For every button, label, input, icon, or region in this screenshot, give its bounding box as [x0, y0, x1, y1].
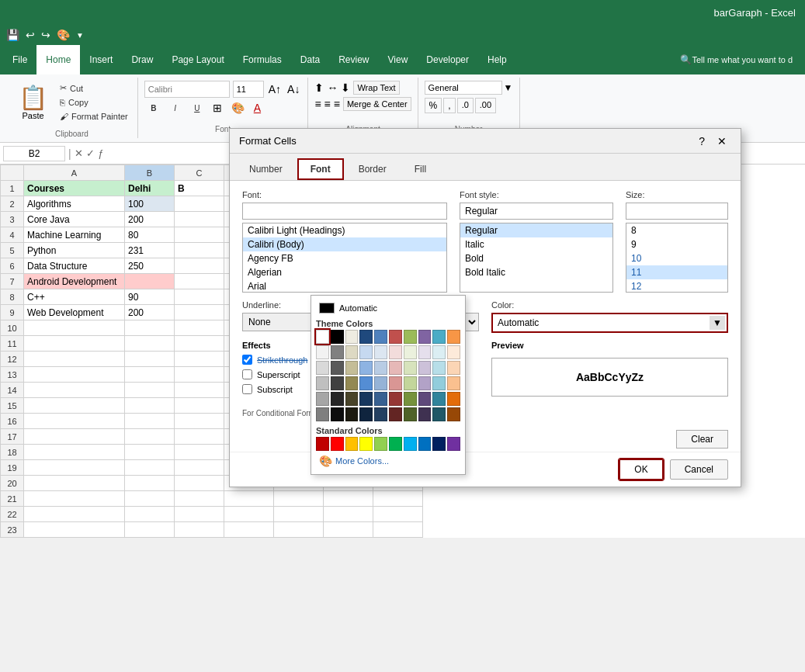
paint-icon[interactable]: 🎨 — [57, 29, 70, 41]
ok-button[interactable]: OK — [619, 459, 663, 480]
size-12[interactable]: 12 — [626, 279, 727, 293]
font-item-agency[interactable]: Agency FB — [243, 251, 446, 265]
style-bold-italic[interactable]: Bold Italic — [460, 265, 612, 279]
cell-a7[interactable]: Android Development — [24, 274, 125, 289]
increase-font-icon[interactable]: A↑ — [267, 81, 283, 97]
size-listbox[interactable]: 8 9 10 11 12 14 — [626, 223, 728, 293]
font-listbox[interactable]: Calibri Light (Headings) Calibri (Body) … — [242, 223, 447, 293]
style-regular[interactable]: Regular — [460, 223, 612, 237]
size-input[interactable] — [626, 203, 728, 220]
underline-select[interactable]: None Single Double — [242, 313, 479, 331]
align-bottom-icon[interactable]: ⬇ — [341, 81, 350, 94]
cell-a5[interactable]: Python — [24, 243, 125, 258]
font-input[interactable] — [242, 203, 447, 220]
menu-insert[interactable]: Insert — [80, 45, 122, 74]
cell-b1[interactable]: Delhi — [125, 181, 175, 196]
tab-font[interactable]: Font — [297, 158, 344, 180]
cell-c7[interactable] — [175, 274, 224, 289]
cancel-button[interactable]: Cancel — [670, 459, 728, 480]
font-item-algerian[interactable]: Algerian — [243, 265, 446, 279]
superscript-checkbox[interactable] — [242, 369, 252, 379]
cell-a10[interactable] — [24, 320, 125, 336]
size-11[interactable]: 11 — [626, 265, 727, 279]
col-header-c[interactable]: C — [175, 165, 224, 181]
cell-b7[interactable] — [125, 274, 175, 289]
tab-border[interactable]: Border — [345, 158, 400, 180]
size-8[interactable]: 8 — [626, 223, 727, 237]
align-left-icon[interactable]: ≡ — [314, 98, 321, 110]
function-icon[interactable]: ✕ — [75, 147, 83, 159]
font-name-input[interactable] — [144, 81, 230, 98]
format-painter-button[interactable]: 🖌 Format Painter — [57, 110, 131, 123]
cell-b2[interactable]: 100 — [125, 196, 175, 212]
decrease-font-icon[interactable]: A↓ — [286, 81, 301, 97]
cell-c3[interactable] — [175, 212, 224, 227]
cell-reference[interactable] — [3, 146, 65, 161]
cell-b10[interactable] — [125, 320, 175, 336]
increase-decimal-icon[interactable]: .0 — [457, 98, 474, 113]
font-item-arial[interactable]: Arial — [243, 279, 446, 293]
align-top-icon[interactable]: ⬆ — [314, 81, 324, 94]
align-right-icon[interactable]: ≡ — [334, 98, 340, 110]
style-bold[interactable]: Bold — [460, 251, 612, 265]
cell-b3[interactable]: 200 — [125, 212, 175, 227]
merge-center-button[interactable]: Merge & Center — [343, 97, 411, 111]
fill-color-icon[interactable]: 🎨 — [228, 100, 248, 116]
format-cells-dialog[interactable]: Format Cells ? ✕ Number Font Border Fill… — [229, 128, 741, 487]
cell-c8[interactable] — [175, 289, 224, 305]
align-center-icon[interactable]: ≡ — [324, 98, 331, 110]
cell-c4[interactable] — [175, 227, 224, 243]
clear-button[interactable]: Clear — [676, 430, 728, 449]
cell-a8[interactable]: C++ — [24, 289, 125, 305]
comma-icon[interactable]: , — [443, 98, 455, 113]
font-size-input[interactable] — [233, 81, 264, 98]
qa-dropdown-icon[interactable]: ▼ — [76, 31, 84, 40]
number-format-input[interactable] — [425, 81, 502, 95]
cell-a3[interactable]: Core Java — [24, 212, 125, 227]
menu-data[interactable]: Data — [291, 45, 329, 74]
cell-c2[interactable] — [175, 196, 224, 212]
cell-a1[interactable]: Courses — [24, 181, 125, 196]
close-button[interactable]: ✕ — [713, 133, 731, 149]
confirm-icon[interactable]: ✓ — [86, 147, 95, 159]
cell-b8[interactable]: 90 — [125, 289, 175, 305]
font-item-calibri-body[interactable]: Calibri (Body) — [243, 237, 446, 251]
size-10[interactable]: 10 — [626, 251, 727, 265]
paste-button[interactable]: 📋 Paste — [12, 81, 54, 123]
cell-a9[interactable]: Web Development — [24, 305, 125, 320]
cell-c6[interactable] — [175, 258, 224, 274]
cell-b9[interactable]: 200 — [125, 305, 175, 320]
cell-b4[interactable]: 80 — [125, 227, 175, 243]
borders-icon[interactable]: ⊞ — [210, 100, 225, 116]
font-item-calibri-light[interactable]: Calibri Light (Headings) — [243, 223, 446, 237]
formula-icon[interactable]: ƒ — [98, 147, 103, 159]
menu-formulas[interactable]: Formulas — [234, 45, 291, 74]
number-format-dropdown[interactable]: ▼ — [504, 82, 513, 93]
tab-fill[interactable]: Fill — [401, 158, 439, 180]
percent-icon[interactable]: % — [425, 98, 442, 113]
menu-view[interactable]: View — [379, 45, 418, 74]
menu-draw[interactable]: Draw — [122, 45, 162, 74]
menu-help[interactable]: Help — [478, 45, 516, 74]
italic-button[interactable]: I — [166, 102, 185, 115]
subscript-checkbox[interactable] — [242, 384, 252, 394]
align-middle-icon[interactable]: ↔ — [327, 81, 338, 94]
save-icon[interactable]: 💾 — [6, 29, 19, 41]
style-listbox[interactable]: Regular Italic Bold Bold Italic — [460, 223, 613, 293]
help-button[interactable]: ? — [694, 133, 710, 149]
menu-search[interactable]: 🔍 Tell me what you want to d — [671, 45, 802, 74]
color-selector[interactable]: Automatic ▼ — [491, 313, 728, 333]
col-header-b[interactable]: B — [125, 165, 175, 181]
menu-file[interactable]: File — [3, 45, 36, 74]
tab-number[interactable]: Number — [236, 158, 296, 180]
cell-a2[interactable]: Algorithms — [24, 196, 125, 212]
style-input[interactable] — [460, 203, 613, 220]
font-color-icon[interactable]: A — [251, 100, 264, 116]
cell-c5[interactable] — [175, 243, 224, 258]
cut-button[interactable]: ✂ Cut — [57, 81, 131, 95]
cell-a4[interactable]: Machine Learning — [24, 227, 125, 243]
menu-page-layout[interactable]: Page Layout — [162, 45, 233, 74]
cell-c1[interactable]: B — [175, 181, 224, 196]
cell-a6[interactable]: Data Structure — [24, 258, 125, 274]
menu-review[interactable]: Review — [329, 45, 378, 74]
